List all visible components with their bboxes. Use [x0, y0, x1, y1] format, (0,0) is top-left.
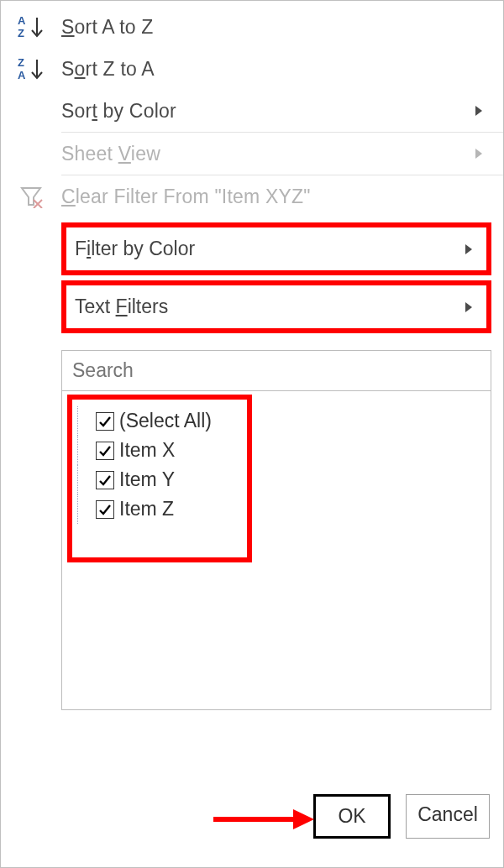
sort-ascending-item[interactable]: A Z Sort A to Z — [1, 6, 503, 48]
chevron-right-icon — [459, 301, 478, 314]
arrow-annotation-icon — [213, 807, 314, 832]
text-filters-label: Text Filters — [75, 295, 459, 318]
cancel-button[interactable]: Cancel — [406, 794, 490, 839]
sheet-view-label: Sheet View — [61, 143, 466, 165]
select-all-row[interactable]: (Select All) — [72, 406, 480, 436]
sort-asc-icon: A Z — [1, 14, 61, 39]
filter-list-panel: (Select All) Item X Item Y — [61, 391, 491, 710]
filter-by-color-item[interactable]: Filter by Color — [61, 222, 491, 275]
sort-desc-label: Sort Z to A — [61, 58, 491, 81]
chevron-right-icon — [459, 243, 478, 256]
cancel-label: Cancel — [417, 803, 478, 825]
checkbox-checked-icon[interactable] — [96, 442, 114, 460]
text-filters-item[interactable]: Text Filters — [61, 280, 491, 333]
svg-marker-8 — [22, 188, 40, 205]
svg-text:Z: Z — [18, 56, 24, 69]
svg-marker-11 — [465, 244, 472, 254]
checkbox-checked-icon[interactable] — [96, 471, 114, 489]
chevron-right-icon — [466, 104, 491, 118]
sort-descending-item[interactable]: Z A Sort Z to A — [1, 48, 503, 90]
sort-asc-label: Sort A to Z — [61, 16, 491, 39]
checkbox-checked-icon[interactable] — [96, 412, 114, 431]
svg-marker-6 — [475, 106, 482, 116]
select-all-label: (Select All) — [119, 410, 212, 432]
svg-marker-7 — [475, 149, 482, 159]
chevron-right-icon — [466, 147, 491, 160]
list-item-label: Item Z — [119, 498, 174, 520]
svg-text:A: A — [18, 14, 26, 27]
svg-text:Z: Z — [18, 27, 24, 39]
sort-by-color-item[interactable]: Sort by Color — [1, 90, 503, 132]
svg-marker-12 — [465, 302, 472, 312]
svg-marker-14 — [293, 809, 314, 829]
list-item-label: Item Y — [119, 468, 175, 491]
sort-by-color-label: Sort by Color — [61, 100, 466, 123]
search-input[interactable] — [61, 350, 491, 391]
clear-filter-item: Clear Filter From "Item XYZ" — [1, 175, 503, 217]
ok-button[interactable]: OK — [313, 794, 391, 839]
list-item[interactable]: Item X — [72, 436, 480, 465]
sort-desc-icon: Z A — [1, 56, 61, 81]
list-item-label: Item X — [119, 439, 175, 462]
checkbox-checked-icon[interactable] — [96, 500, 114, 519]
list-item[interactable]: Item Y — [72, 465, 480, 494]
svg-text:A: A — [18, 69, 26, 81]
list-item[interactable]: Item Z — [72, 494, 480, 524]
filter-by-color-label: Filter by Color — [75, 238, 459, 260]
ok-label: OK — [338, 805, 365, 827]
clear-filter-icon — [1, 185, 61, 208]
clear-filter-label: Clear Filter From "Item XYZ" — [61, 186, 491, 208]
sheet-view-item: Sheet View — [1, 133, 503, 175]
